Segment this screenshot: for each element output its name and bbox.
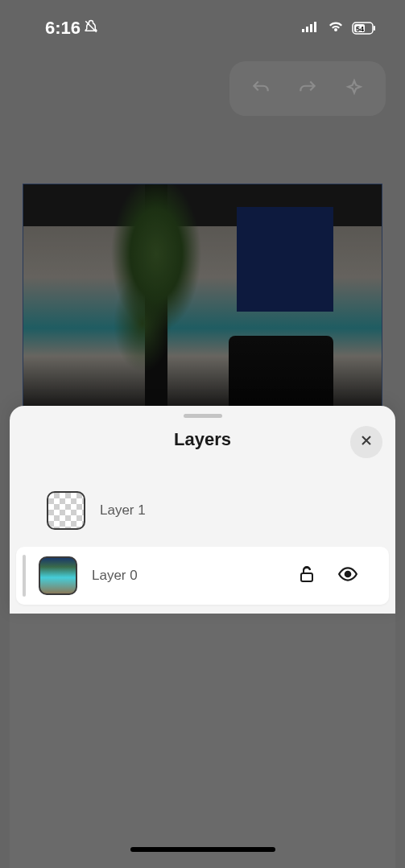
svg-rect-1 xyxy=(306,27,308,32)
canvas[interactable] xyxy=(23,184,382,417)
status-time: 6:16 xyxy=(45,18,81,39)
layer-item[interactable]: Layer 0 xyxy=(16,547,389,605)
lock-icon[interactable] xyxy=(297,564,316,587)
svg-point-9 xyxy=(345,572,351,577)
panel-title: Layers xyxy=(174,429,231,450)
selection-indicator xyxy=(23,555,26,597)
home-indicator[interactable] xyxy=(130,847,275,852)
undo-button[interactable] xyxy=(238,71,284,106)
cellular-icon xyxy=(302,21,320,35)
silent-mode-icon xyxy=(84,18,98,39)
svg-rect-2 xyxy=(310,24,312,32)
top-toolbar xyxy=(229,61,386,116)
visibility-icon[interactable] xyxy=(337,564,358,588)
close-icon xyxy=(358,432,374,452)
layer-list: Layer 1 Layer 0 xyxy=(10,466,395,605)
layer-name-label: Layer 0 xyxy=(92,568,283,584)
layers-panel: Layers Layer 1 Layer 0 xyxy=(10,406,395,614)
drag-handle[interactable] xyxy=(184,414,222,418)
svg-text:54: 54 xyxy=(356,25,364,33)
layer-thumbnail xyxy=(39,556,77,595)
layer-thumbnail xyxy=(47,491,85,530)
svg-rect-8 xyxy=(301,573,312,581)
redo-button[interactable] xyxy=(284,71,331,106)
svg-rect-0 xyxy=(302,29,304,32)
layer-item[interactable]: Layer 1 xyxy=(10,486,395,535)
battery-icon: 54 xyxy=(352,22,376,35)
svg-rect-3 xyxy=(314,22,316,32)
sparkle-button[interactable] xyxy=(331,71,378,106)
bottom-area xyxy=(10,614,395,868)
svg-rect-6 xyxy=(374,26,375,31)
wifi-icon xyxy=(328,21,344,36)
layer-name-label: Layer 1 xyxy=(100,502,358,519)
close-button[interactable] xyxy=(350,426,382,458)
canvas-image xyxy=(23,184,382,416)
status-bar: 6:16 54 xyxy=(0,0,405,45)
